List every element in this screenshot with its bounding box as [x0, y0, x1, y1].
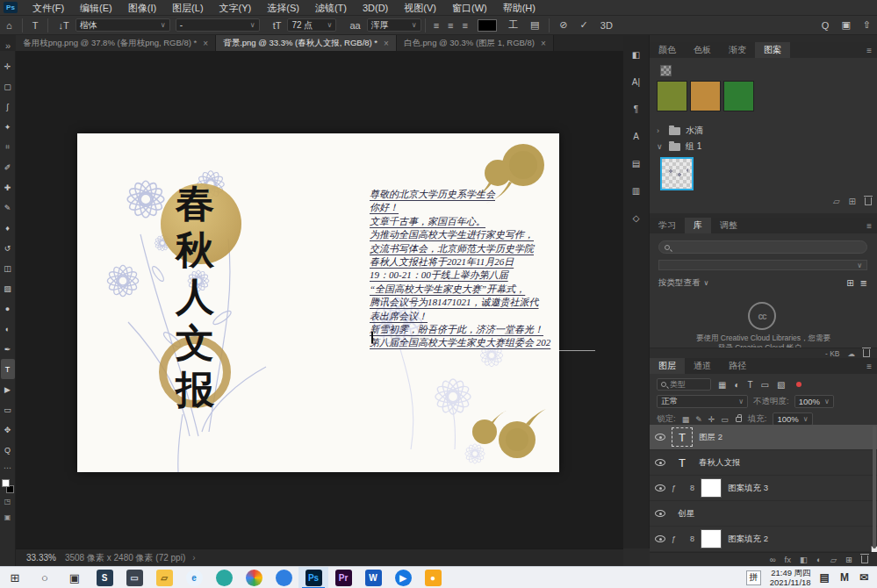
layer-filter-icon[interactable]: ◐ — [734, 380, 739, 390]
edit-toolbar-icon[interactable]: ⋯ — [4, 463, 11, 472]
blend-mode-select[interactable]: 正常 ∨ — [657, 395, 748, 408]
close-tab-icon[interactable]: × — [384, 39, 389, 48]
new-pattern-icon[interactable]: ⊞ — [849, 197, 856, 206]
layers-footer-icon[interactable]: fx — [785, 555, 791, 564]
layer-name[interactable]: 图层 2 — [699, 432, 722, 443]
menu-item[interactable]: 滤镜(T) — [307, 0, 355, 16]
document-tab[interactable]: 备用枝png.png @ 37.8% (备用枝png, RGB/8) * × — [16, 35, 216, 51]
delete-layer-icon[interactable] — [861, 556, 868, 563]
panel-tab[interactable]: 颜色 — [650, 42, 685, 58]
lock-option-icon[interactable]: ✎ — [695, 415, 702, 424]
panel-tab[interactable]: 图层 — [650, 358, 685, 374]
search-icon[interactable]: Q — [816, 20, 836, 31]
align-text-icon[interactable]: ≡ — [429, 20, 443, 31]
panel-tab[interactable]: 图案 — [755, 42, 790, 58]
taskbar-app-button[interactable]: W — [358, 567, 388, 588]
lock-all-icon[interactable] — [736, 417, 742, 422]
visibility-toggle-icon[interactable] — [655, 459, 665, 466]
close-tab-icon[interactable]: × — [203, 39, 208, 48]
collapsed-panel-icon[interactable]: ▤ — [628, 156, 645, 170]
taskbar-app-button[interactable] — [269, 567, 298, 588]
taskbar-clock[interactable]: 21:49 周四 2021/11/18 — [770, 568, 811, 587]
toggle-panels-icon[interactable]: ▤ — [524, 19, 545, 31]
canvas-area[interactable]: 春秋人文报 尊敬的北京大学历史系学生会你好！文章千古事，家国百年心。为推动全国高… — [16, 51, 623, 549]
delete-icon[interactable] — [863, 349, 870, 357]
panel-tab[interactable]: 渐变 — [720, 42, 755, 58]
tool-button[interactable]: ✎ — [1, 197, 15, 218]
tool-button[interactable]: ♦ — [1, 218, 15, 238]
warp-text-icon[interactable]: 工 — [502, 18, 524, 32]
tray-icon[interactable]: ✉ — [859, 571, 868, 584]
layers-footer-icon[interactable]: ◧ — [800, 555, 808, 564]
menu-item[interactable]: 3D(D) — [355, 0, 396, 16]
tool-button[interactable]: ↺ — [1, 238, 15, 258]
layer-name[interactable]: 图案填充 3 — [728, 483, 768, 494]
tool-button[interactable]: ● — [1, 298, 15, 319]
tool-button[interactable]: ✦ — [1, 117, 15, 137]
tool-button[interactable]: ʃ — [1, 97, 15, 117]
layer-mask-link-icon[interactable]: 8 — [690, 534, 694, 543]
filter-toggle-icon[interactable] — [796, 382, 802, 387]
layer-row[interactable]: ƒ 8 创星 — [650, 501, 877, 527]
visibility-toggle-icon[interactable] — [655, 535, 665, 542]
layer-row[interactable]: ƒ T 8 图层 2 — [650, 425, 877, 450]
fill-select[interactable]: 100% ∨ — [773, 412, 812, 426]
cancel-edit-icon[interactable]: ⊘ — [553, 19, 573, 31]
taskbar-system-button[interactable]: ▣ — [60, 567, 90, 588]
ime-indicator[interactable]: 拼 — [746, 570, 761, 585]
layer-filter-type-select[interactable]: 类型 — [657, 378, 711, 391]
menu-item[interactable]: 图像(I) — [120, 0, 164, 16]
taskbar-app-button[interactable] — [209, 567, 239, 588]
share-icon[interactable]: ⇧ — [857, 19, 877, 31]
collapsed-panel-icon[interactable]: ¶ — [628, 102, 645, 116]
collapsed-panel-icon[interactable]: ▥ — [628, 183, 645, 197]
list-view-icon[interactable]: ≣ — [860, 278, 867, 288]
visibility-toggle-icon[interactable] — [655, 434, 665, 441]
pattern-group-row[interactable]: ∨ 组 1 — [657, 139, 870, 154]
tool-button[interactable]: ✒ — [1, 339, 15, 359]
layer-filter-icon[interactable]: ▧ — [777, 380, 785, 390]
layers-scrollbar[interactable] — [873, 426, 876, 549]
layer-name[interactable]: 创星 — [678, 508, 694, 520]
tool-preset-icon[interactable]: T — [26, 20, 45, 31]
menu-item[interactable]: 视图(V) — [396, 0, 444, 16]
visibility-toggle-icon[interactable] — [655, 484, 665, 491]
text-orientation-icon[interactable]: ↓T — [52, 20, 75, 31]
tool-button[interactable]: T — [1, 359, 15, 379]
libraries-search-input[interactable] — [658, 240, 867, 254]
anti-alias-select[interactable]: 浑厚 ∨ — [367, 18, 421, 32]
tool-button[interactable]: ◐ — [1, 319, 15, 339]
layer-mask-link-icon[interactable]: 8 — [690, 484, 694, 492]
layer-mask-thumbnail[interactable] — [701, 529, 722, 549]
taskbar-system-button[interactable]: ○ — [30, 567, 60, 588]
layer-thumbnail[interactable]: T — [672, 427, 693, 447]
text-color-swatch[interactable] — [478, 19, 497, 32]
taskbar-app-button[interactable]: ▭ — [119, 567, 149, 588]
panel-tab[interactable]: 色板 — [685, 42, 720, 58]
layer-filter-icon[interactable]: ▭ — [761, 380, 769, 390]
align-text-icon[interactable]: ≡ — [443, 20, 457, 31]
tool-button[interactable]: Q — [1, 440, 15, 460]
tool-button[interactable]: ◫ — [1, 258, 15, 278]
taskbar-app-button[interactable]: Ps — [298, 567, 328, 588]
status-options-icon[interactable]: › — [192, 553, 195, 563]
menu-item[interactable]: 选择(S) — [259, 0, 307, 16]
3d-label[interactable]: 3D — [594, 20, 619, 31]
layers-footer-icon[interactable]: ∞ — [770, 555, 776, 564]
menu-item[interactable]: 帮助(H) — [495, 0, 543, 16]
close-tab-icon[interactable]: × — [541, 39, 546, 48]
pattern-preview-chip[interactable] — [660, 65, 672, 76]
font-family-select[interactable]: 楷体 ∨ — [75, 18, 170, 32]
collapsed-panel-icon[interactable]: ◇ — [628, 211, 645, 225]
grid-view-icon[interactable]: ⊞ — [846, 278, 853, 288]
lock-option-icon[interactable]: ▦ — [682, 415, 690, 424]
taskbar-app-button[interactable] — [239, 567, 269, 588]
letter-text-block[interactable]: 尊敬的北京大学历史系学生会你好！文章千古事，家国百年心。为推动全国高校大学生进行… — [370, 188, 559, 350]
pattern-swatch[interactable] — [657, 81, 687, 111]
panel-tab[interactable]: 通道 — [685, 358, 720, 374]
opacity-select[interactable]: 100% ∨ — [794, 395, 834, 408]
pattern-swatch[interactable] — [690, 81, 721, 111]
collapsed-panel-icon[interactable]: ◧ — [628, 47, 645, 61]
layer-name[interactable]: 图案填充 2 — [728, 534, 768, 545]
new-group-icon[interactable]: ▱ — [833, 197, 840, 206]
